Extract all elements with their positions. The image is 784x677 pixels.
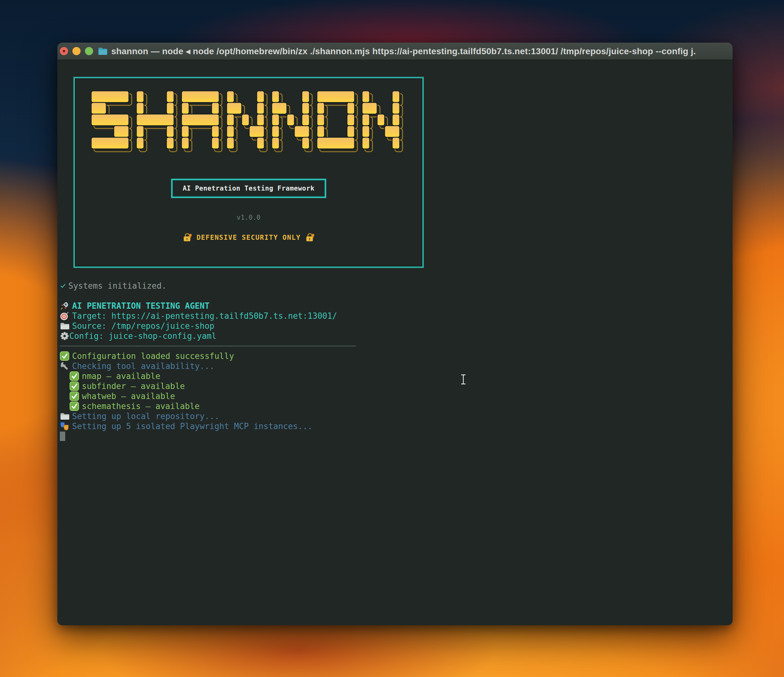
terminal-line: nmap – available xyxy=(60,371,726,381)
banner-box: AI Penetration Testing Framework v1.0.0 … xyxy=(73,77,424,268)
terminal-line: Setting up local repository... xyxy=(60,411,726,421)
banner-notice: DEFENSIVE SECURITY ONLY xyxy=(75,233,422,242)
line-text: schemathesis – available xyxy=(82,402,200,411)
check-icon xyxy=(60,283,66,289)
terminal-line: Setting up 5 isolated Playwright MCP ins… xyxy=(60,421,726,431)
target-icon xyxy=(60,311,69,321)
terminal-line: schemathesis – available xyxy=(60,401,726,411)
cursor-line xyxy=(60,431,726,441)
window-title: shannon — node ◂ node /opt/homebrew/bin/… xyxy=(111,46,696,56)
mouse-ibeam-cursor xyxy=(460,374,467,385)
line-text: AI PENETRATION TESTING AGENT xyxy=(72,301,209,311)
line-text: Configuration loaded successfully xyxy=(72,351,234,361)
terminal-app-icon xyxy=(98,47,107,55)
terminal-line: AI PENETRATION TESTING AGENT xyxy=(60,301,726,311)
lock-icon xyxy=(182,233,192,242)
line-text: Setting up 5 isolated Playwright MCP ins… xyxy=(72,422,313,431)
banner-version: v1.0.0 xyxy=(75,214,422,221)
ascii-art-title xyxy=(91,91,404,155)
separator-line xyxy=(60,341,726,351)
terminal-line: whatweb – available xyxy=(60,391,726,401)
check-badge-icon xyxy=(70,402,79,411)
line-text: Target: https://ai-pentesting.tailfd50b7… xyxy=(72,311,337,321)
close-button[interactable] xyxy=(60,47,68,55)
wrench-icon xyxy=(60,361,69,371)
line-text: Config: juice-shop-config.yaml xyxy=(69,331,216,341)
line-text: Checking tool availability... xyxy=(72,361,215,371)
line-text: nmap – available xyxy=(82,371,160,381)
terminal-window: shannon — node ◂ node /opt/homebrew/bin/… xyxy=(58,43,733,625)
terminal-line: Checking tool availability... xyxy=(60,361,726,371)
terminal-lines: Systems initialized.AI PENETRATION TESTI… xyxy=(60,281,726,441)
line-text: Systems initialized. xyxy=(68,281,166,291)
lock-icon xyxy=(305,233,315,242)
terminal-line: Systems initialized. xyxy=(60,281,726,291)
line-text: Setting up local repository... xyxy=(72,411,219,421)
terminal-line xyxy=(60,291,726,301)
gear-icon xyxy=(60,331,69,341)
terminal-line: Configuration loaded successfully xyxy=(60,351,726,361)
terminal-content[interactable]: AI Penetration Testing Framework v1.0.0 … xyxy=(58,60,733,625)
zoom-button[interactable] xyxy=(85,47,93,55)
terminal-cursor xyxy=(60,431,65,441)
terminal-line: Source: /tmp/repos/juice-shop xyxy=(60,321,726,331)
masks-icon xyxy=(60,422,69,431)
check-badge-icon xyxy=(70,391,79,401)
terminal-line: Target: https://ai-pentesting.tailfd50b7… xyxy=(60,311,726,321)
separator xyxy=(60,346,356,346)
check-badge-icon xyxy=(60,351,69,361)
minimize-button[interactable] xyxy=(72,47,81,55)
folder-icon xyxy=(60,411,69,421)
rocket-icon xyxy=(60,301,69,311)
check-badge-icon xyxy=(70,381,79,391)
banner-subtitle-box: AI Penetration Testing Framework xyxy=(171,179,326,198)
banner-subtitle: AI Penetration Testing Framework xyxy=(183,185,315,192)
folder-icon xyxy=(60,321,69,331)
check-badge-icon xyxy=(70,371,79,381)
line-text: subfinder – available xyxy=(82,381,185,391)
banner-notice-text: DEFENSIVE SECURITY ONLY xyxy=(196,233,301,241)
terminal-line: subfinder – available xyxy=(60,381,726,391)
line-text: whatweb – available xyxy=(82,391,175,401)
window-titlebar[interactable]: shannon — node ◂ node /opt/homebrew/bin/… xyxy=(58,43,733,60)
line-text: Source: /tmp/repos/juice-shop xyxy=(72,321,215,331)
terminal-line: Config: juice-shop-config.yaml xyxy=(60,331,726,341)
